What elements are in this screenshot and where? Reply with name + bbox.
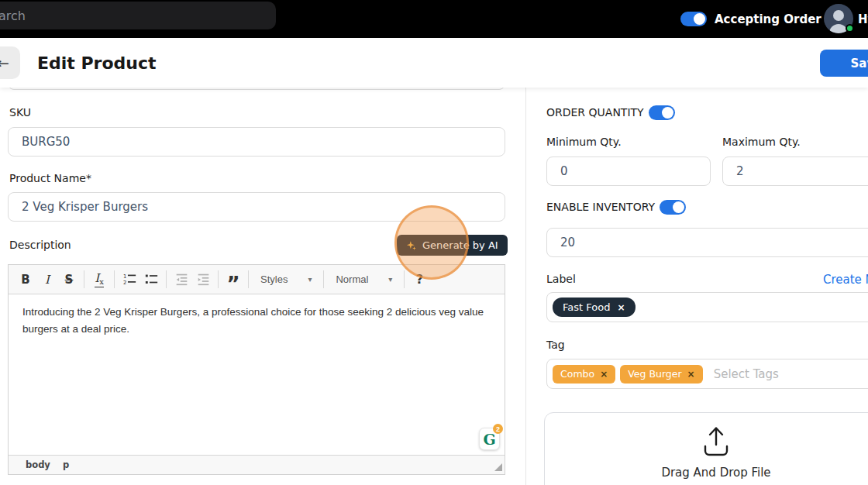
format-dropdown[interactable]: Normal ▾ bbox=[328, 273, 400, 285]
remove-chip-icon[interactable]: × bbox=[600, 369, 608, 380]
bulleted-list-icon[interactable] bbox=[140, 269, 162, 291]
enable-inventory-label: ENABLE INVENTORY bbox=[546, 201, 655, 213]
create-new-link[interactable]: Create New bbox=[823, 273, 868, 287]
product-name-input[interactable] bbox=[8, 192, 505, 222]
user-name: Hy bbox=[858, 0, 868, 38]
editor-toolbar: B I S Ix 1 2 bbox=[9, 265, 505, 294]
path-item-p[interactable]: p bbox=[63, 459, 69, 470]
description-label: Description bbox=[9, 239, 71, 251]
product-name-label: Product Name* bbox=[9, 172, 91, 184]
strikethrough-button[interactable]: S bbox=[58, 269, 80, 291]
outdent-icon[interactable] bbox=[170, 269, 192, 291]
back-button[interactable]: ← bbox=[0, 46, 20, 79]
label-field-label: Label bbox=[546, 273, 576, 285]
page-header: ← Edit Product Save bbox=[0, 38, 868, 88]
label-select[interactable]: Fast Food × bbox=[546, 292, 868, 322]
chevron-down-icon: ▾ bbox=[308, 275, 312, 284]
svg-text:1: 1 bbox=[123, 273, 126, 280]
styles-dropdown[interactable]: Styles ▾ bbox=[253, 273, 319, 285]
description-content[interactable]: Introducing the 2 Veg Krisper Burgers, a… bbox=[9, 294, 505, 455]
label-chip[interactable]: Fast Food × bbox=[553, 298, 636, 317]
arrow-left-icon: ← bbox=[0, 54, 9, 71]
drag-and-drop-area[interactable]: Drag And Drop File bbox=[544, 412, 868, 485]
tag-chip[interactable]: Veg Burger × bbox=[620, 365, 702, 384]
tag-select-placeholder: Select Tags bbox=[714, 367, 779, 381]
description-text: Introducing the 2 Veg Krisper Burgers, a… bbox=[22, 304, 491, 338]
online-status-dot bbox=[846, 24, 854, 33]
accepting-order-toggle[interactable] bbox=[680, 12, 707, 26]
numbered-list-icon[interactable]: 1 2 bbox=[119, 269, 140, 291]
italic-button[interactable]: I bbox=[36, 269, 58, 291]
sku-label: SKU bbox=[9, 106, 31, 119]
help-button[interactable]: ? bbox=[408, 269, 430, 291]
remove-chip-icon[interactable]: × bbox=[617, 302, 625, 313]
avatar-person-icon bbox=[833, 10, 844, 21]
enable-inventory-toggle[interactable] bbox=[660, 200, 686, 215]
tag-field-label: Tag bbox=[546, 339, 565, 351]
grammarly-icon[interactable]: G 2 bbox=[479, 428, 500, 450]
remove-format-button[interactable]: Ix bbox=[88, 269, 110, 291]
order-quantity-label: ORDER QUANTITY bbox=[546, 106, 644, 119]
app-root: Accepting Order Hy ← Edit Product Save S… bbox=[0, 0, 868, 485]
svg-text:2: 2 bbox=[123, 280, 126, 286]
tag-select[interactable]: Combo × Veg Burger × Select Tags bbox=[546, 359, 868, 389]
grammarly-badge: 2 bbox=[493, 424, 503, 434]
column-divider bbox=[525, 88, 526, 485]
indent-icon[interactable] bbox=[192, 269, 214, 291]
order-quantity-toggle[interactable] bbox=[649, 105, 675, 120]
minimum-qty-label: Minimum Qty. bbox=[546, 136, 622, 148]
tag-chip[interactable]: Combo × bbox=[553, 365, 615, 384]
resize-handle[interactable] bbox=[494, 463, 502, 471]
inventory-qty-input[interactable] bbox=[546, 228, 868, 257]
bold-button[interactable]: B bbox=[15, 269, 36, 291]
blockquote-button[interactable]: ” bbox=[222, 269, 244, 291]
path-item-body[interactable]: body bbox=[26, 459, 50, 470]
sparkle-icon bbox=[406, 240, 417, 251]
chevron-down-icon: ▾ bbox=[388, 275, 392, 284]
generate-by-ai-label: Generate by AI bbox=[422, 239, 498, 251]
accepting-order-label: Accepting Order bbox=[715, 0, 822, 38]
drag-and-drop-label: Drag And Drop File bbox=[661, 466, 770, 480]
description-editor: B I S Ix 1 2 bbox=[8, 264, 505, 475]
maximum-qty-label: Maximum Qty. bbox=[722, 136, 801, 148]
editor-element-path: body p bbox=[9, 455, 505, 474]
save-button[interactable]: Save bbox=[820, 50, 868, 77]
minimum-qty-input[interactable] bbox=[546, 157, 711, 186]
remove-chip-icon[interactable]: × bbox=[687, 369, 695, 380]
upload-icon bbox=[698, 423, 735, 460]
sku-input[interactable] bbox=[8, 127, 505, 157]
generate-by-ai-button[interactable]: Generate by AI bbox=[397, 235, 508, 256]
search-input[interactable] bbox=[0, 2, 276, 29]
page-title: Edit Product bbox=[37, 38, 157, 88]
maximum-qty-input[interactable] bbox=[722, 157, 868, 186]
topbar: Accepting Order Hy bbox=[0, 0, 868, 38]
